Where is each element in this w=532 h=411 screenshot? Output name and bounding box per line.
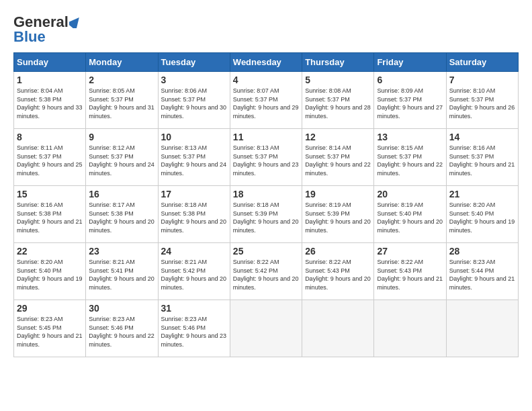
calendar-cell: 17Sunrise: 8:18 AM Sunset: 5:38 PM Dayli…: [158, 186, 230, 243]
day-info: Sunrise: 8:21 AM Sunset: 5:42 PM Dayligh…: [161, 258, 227, 291]
weekday-header-thursday: Thursday: [302, 53, 374, 72]
calendar-cell: 27Sunrise: 8:22 AM Sunset: 5:43 PM Dayli…: [374, 243, 446, 300]
calendar-cell: 19Sunrise: 8:19 AM Sunset: 5:39 PM Dayli…: [302, 186, 374, 243]
day-info: Sunrise: 8:10 AM Sunset: 5:37 PM Dayligh…: [449, 87, 515, 120]
day-number: 30: [89, 303, 154, 314]
day-number: 17: [161, 189, 227, 199]
calendar-cell: 9Sunrise: 8:12 AM Sunset: 5:37 PM Daylig…: [86, 129, 158, 186]
day-info: Sunrise: 8:16 AM Sunset: 5:37 PM Dayligh…: [449, 144, 515, 177]
day-info: Sunrise: 8:18 AM Sunset: 5:38 PM Dayligh…: [161, 201, 227, 234]
calendar-cell: 5Sunrise: 8:08 AM Sunset: 5:37 PM Daylig…: [302, 72, 374, 129]
day-info: Sunrise: 8:15 AM Sunset: 5:37 PM Dayligh…: [377, 144, 443, 177]
calendar-cell: 4Sunrise: 8:07 AM Sunset: 5:37 PM Daylig…: [230, 72, 302, 129]
logo: General Blue: [13, 13, 82, 46]
calendar-cell: 20Sunrise: 8:19 AM Sunset: 5:40 PM Dayli…: [374, 186, 446, 243]
day-number: 9: [89, 132, 154, 142]
day-number: 13: [377, 132, 443, 142]
calendar-cell: 16Sunrise: 8:17 AM Sunset: 5:38 PM Dayli…: [86, 186, 158, 243]
calendar-cell: 12Sunrise: 8:14 AM Sunset: 5:37 PM Dayli…: [302, 129, 374, 186]
day-number: 11: [233, 132, 299, 142]
day-info: Sunrise: 8:23 AM Sunset: 5:45 PM Dayligh…: [17, 315, 83, 349]
calendar-cell: 3Sunrise: 8:06 AM Sunset: 5:37 PM Daylig…: [158, 72, 230, 129]
day-number: 28: [449, 246, 515, 257]
calendar-cell: 31Sunrise: 8:23 AM Sunset: 5:46 PM Dayli…: [158, 300, 230, 357]
calendar-cell: 6Sunrise: 8:09 AM Sunset: 5:37 PM Daylig…: [374, 72, 446, 129]
weekday-header-tuesday: Tuesday: [158, 53, 230, 72]
calendar-cell: 28Sunrise: 8:23 AM Sunset: 5:44 PM Dayli…: [446, 243, 518, 300]
day-info: Sunrise: 8:19 AM Sunset: 5:39 PM Dayligh…: [305, 201, 371, 234]
day-info: Sunrise: 8:05 AM Sunset: 5:37 PM Dayligh…: [89, 87, 154, 120]
calendar-cell: 13Sunrise: 8:15 AM Sunset: 5:37 PM Dayli…: [374, 129, 446, 186]
calendar-cell: [302, 300, 374, 357]
calendar-cell: 2Sunrise: 8:05 AM Sunset: 5:37 PM Daylig…: [86, 72, 158, 129]
calendar-cell: 21Sunrise: 8:20 AM Sunset: 5:40 PM Dayli…: [446, 186, 518, 243]
calendar-cell: [230, 300, 302, 357]
day-info: Sunrise: 8:23 AM Sunset: 5:46 PM Dayligh…: [161, 315, 227, 349]
day-info: Sunrise: 8:11 AM Sunset: 5:37 PM Dayligh…: [17, 144, 83, 177]
day-info: Sunrise: 8:12 AM Sunset: 5:37 PM Dayligh…: [89, 144, 154, 177]
day-info: Sunrise: 8:07 AM Sunset: 5:37 PM Dayligh…: [233, 87, 299, 120]
day-info: Sunrise: 8:16 AM Sunset: 5:38 PM Dayligh…: [17, 201, 83, 234]
day-info: Sunrise: 8:21 AM Sunset: 5:41 PM Dayligh…: [89, 258, 154, 291]
day-info: Sunrise: 8:17 AM Sunset: 5:38 PM Dayligh…: [89, 201, 154, 234]
week-row-2: 8Sunrise: 8:11 AM Sunset: 5:37 PM Daylig…: [14, 129, 519, 186]
day-info: Sunrise: 8:22 AM Sunset: 5:43 PM Dayligh…: [377, 258, 443, 291]
day-number: 27: [377, 246, 443, 257]
day-number: 3: [161, 75, 227, 85]
day-number: 31: [161, 303, 227, 314]
day-number: 20: [377, 189, 443, 199]
day-info: Sunrise: 8:08 AM Sunset: 5:37 PM Dayligh…: [305, 87, 371, 120]
week-row-3: 15Sunrise: 8:16 AM Sunset: 5:38 PM Dayli…: [14, 186, 519, 243]
day-number: 1: [17, 75, 83, 85]
calendar-cell: [374, 300, 446, 357]
day-number: 24: [161, 246, 227, 257]
calendar-cell: 26Sunrise: 8:22 AM Sunset: 5:43 PM Dayli…: [302, 243, 374, 300]
week-row-5: 29Sunrise: 8:23 AM Sunset: 5:45 PM Dayli…: [14, 300, 519, 357]
day-number: 21: [449, 189, 515, 199]
weekday-header-sunday: Sunday: [14, 53, 86, 72]
week-row-4: 22Sunrise: 8:20 AM Sunset: 5:40 PM Dayli…: [14, 243, 519, 300]
calendar-cell: 11Sunrise: 8:13 AM Sunset: 5:37 PM Dayli…: [230, 129, 302, 186]
day-info: Sunrise: 8:13 AM Sunset: 5:37 PM Dayligh…: [161, 144, 227, 177]
day-number: 5: [305, 75, 371, 85]
day-info: Sunrise: 8:09 AM Sunset: 5:37 PM Dayligh…: [377, 87, 443, 120]
calendar-cell: 10Sunrise: 8:13 AM Sunset: 5:37 PM Dayli…: [158, 129, 230, 186]
logo-triangle-icon: [69, 16, 81, 28]
day-number: 22: [17, 246, 83, 257]
day-info: Sunrise: 8:20 AM Sunset: 5:40 PM Dayligh…: [17, 258, 83, 291]
calendar-cell: 25Sunrise: 8:22 AM Sunset: 5:42 PM Dayli…: [230, 243, 302, 300]
weekday-header-row: SundayMondayTuesdayWednesdayThursdayFrid…: [14, 53, 519, 72]
svg-marker-0: [69, 16, 81, 28]
day-number: 12: [305, 132, 371, 142]
day-number: 6: [377, 75, 443, 85]
calendar-cell: 7Sunrise: 8:10 AM Sunset: 5:37 PM Daylig…: [446, 72, 518, 129]
day-number: 8: [17, 132, 83, 142]
day-number: 4: [233, 75, 299, 85]
calendar-cell: 29Sunrise: 8:23 AM Sunset: 5:45 PM Dayli…: [14, 300, 86, 357]
calendar-cell: 14Sunrise: 8:16 AM Sunset: 5:37 PM Dayli…: [446, 129, 518, 186]
weekday-header-wednesday: Wednesday: [230, 53, 302, 72]
day-info: Sunrise: 8:19 AM Sunset: 5:40 PM Dayligh…: [377, 201, 443, 234]
calendar-cell: 15Sunrise: 8:16 AM Sunset: 5:38 PM Dayli…: [14, 186, 86, 243]
page-header: General Blue: [13, 13, 519, 46]
day-info: Sunrise: 8:23 AM Sunset: 5:46 PM Dayligh…: [89, 315, 154, 349]
week-row-1: 1Sunrise: 8:04 AM Sunset: 5:38 PM Daylig…: [14, 72, 519, 129]
day-info: Sunrise: 8:22 AM Sunset: 5:43 PM Dayligh…: [305, 258, 371, 291]
day-number: 26: [305, 246, 371, 257]
day-number: 14: [449, 132, 515, 142]
calendar-cell: [446, 300, 518, 357]
day-number: 10: [161, 132, 227, 142]
calendar-cell: 23Sunrise: 8:21 AM Sunset: 5:41 PM Dayli…: [86, 243, 158, 300]
day-info: Sunrise: 8:04 AM Sunset: 5:38 PM Dayligh…: [17, 87, 83, 120]
day-info: Sunrise: 8:22 AM Sunset: 5:42 PM Dayligh…: [233, 258, 299, 291]
day-number: 18: [233, 189, 299, 199]
logo-blue-text: Blue: [13, 28, 46, 46]
day-number: 7: [449, 75, 515, 85]
calendar-cell: 22Sunrise: 8:20 AM Sunset: 5:40 PM Dayli…: [14, 243, 86, 300]
day-number: 25: [233, 246, 299, 257]
day-info: Sunrise: 8:18 AM Sunset: 5:39 PM Dayligh…: [233, 201, 299, 234]
calendar-cell: 18Sunrise: 8:18 AM Sunset: 5:39 PM Dayli…: [230, 186, 302, 243]
weekday-header-saturday: Saturday: [446, 53, 518, 72]
day-number: 19: [305, 189, 371, 199]
day-number: 15: [17, 189, 83, 199]
